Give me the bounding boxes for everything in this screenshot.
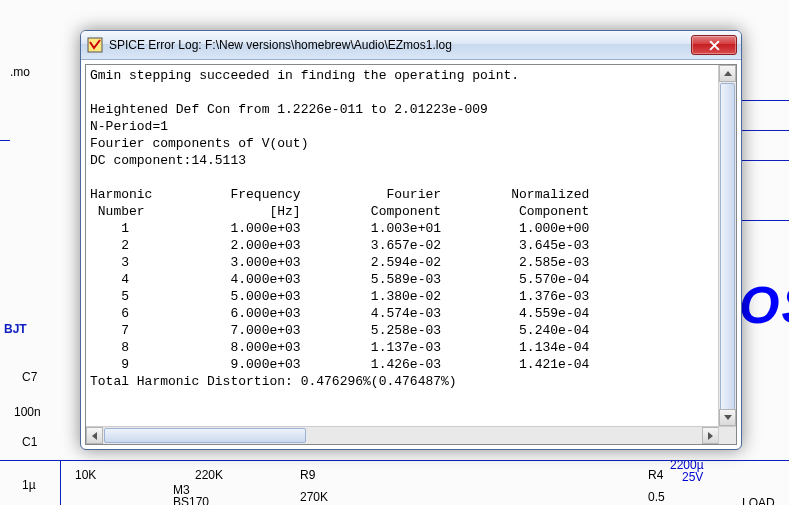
c7-value: 100n bbox=[14, 405, 41, 419]
scroll-right-button[interactable] bbox=[702, 427, 719, 444]
r-220k: 220K bbox=[195, 468, 223, 482]
bs170-name: BS170 bbox=[173, 495, 209, 505]
close-button[interactable] bbox=[691, 35, 737, 55]
r9-value: 270K bbox=[300, 490, 328, 504]
horizontal-scrollbar[interactable] bbox=[86, 426, 736, 444]
os-label: OS bbox=[739, 275, 789, 335]
scroll-left-button[interactable] bbox=[86, 427, 103, 444]
log-window: SPICE Error Log: F:\New versions\homebre… bbox=[80, 30, 742, 450]
r4-name: R4 bbox=[648, 468, 663, 482]
size-grip[interactable] bbox=[718, 427, 736, 444]
load-label: LOAD bbox=[742, 496, 775, 505]
titlebar[interactable]: SPICE Error Log: F:\New versions\homebre… bbox=[81, 31, 741, 60]
bjt-label: BJT bbox=[4, 322, 27, 336]
window-title: SPICE Error Log: F:\New versions\homebre… bbox=[109, 38, 691, 52]
log-text[interactable]: Gmin stepping succeeded in finding the o… bbox=[86, 65, 718, 426]
r4-value: 0.5 bbox=[648, 490, 665, 504]
c1-name: C1 bbox=[22, 435, 37, 449]
app-icon bbox=[87, 37, 103, 53]
scroll-down-button[interactable] bbox=[719, 409, 736, 426]
c7-name: C7 bbox=[22, 370, 37, 384]
client-area: Gmin stepping succeeded in finding the o… bbox=[85, 64, 737, 445]
vertical-scroll-thumb[interactable] bbox=[720, 83, 735, 415]
cap-25v: 25V bbox=[682, 470, 703, 484]
r9-name: R9 bbox=[300, 468, 315, 482]
mo-directive: .mo bbox=[10, 65, 30, 79]
horizontal-scroll-thumb[interactable] bbox=[104, 428, 306, 443]
vertical-scrollbar[interactable] bbox=[718, 65, 736, 426]
r-10k: 10K bbox=[75, 468, 96, 482]
c1-value: 1µ bbox=[22, 478, 36, 492]
scroll-up-button[interactable] bbox=[719, 65, 736, 82]
